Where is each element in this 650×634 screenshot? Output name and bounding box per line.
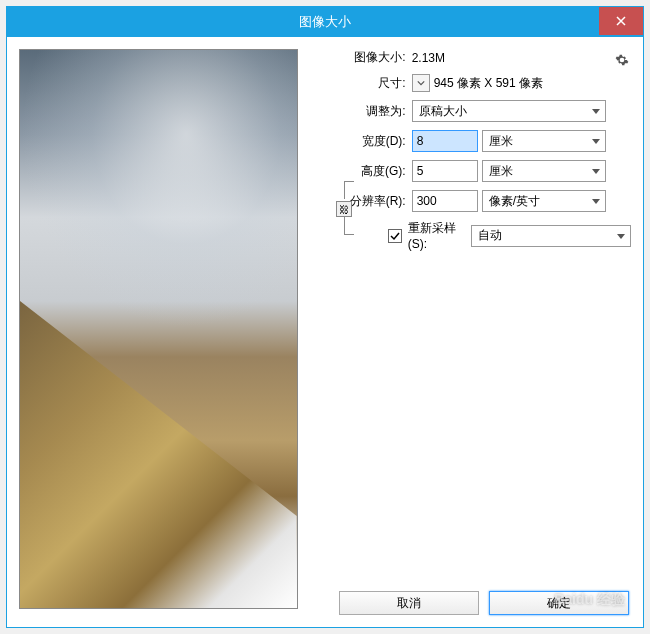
link-icon[interactable]: ⛓ — [336, 201, 352, 217]
image-size-dialog: 图像大小 图像大小: 2.13M 尺寸: 945 像素 X 591 像素 — [6, 6, 644, 628]
dimensions-unit-button[interactable] — [412, 74, 430, 92]
close-button[interactable] — [599, 7, 643, 35]
resample-checkbox[interactable] — [388, 229, 402, 243]
resample-select[interactable]: 自动 — [471, 225, 631, 247]
resample-label: 重新采样(S): — [408, 220, 462, 251]
fit-to-select[interactable]: 原稿大小 — [412, 100, 606, 122]
fit-to-label: 调整为: — [312, 103, 412, 120]
fit-to-value: 原稿大小 — [419, 103, 467, 120]
button-bar: 取消 确定 — [339, 591, 629, 615]
ok-button[interactable]: 确定 — [489, 591, 629, 615]
chevron-down-icon — [417, 79, 425, 87]
height-unit-select[interactable]: 厘米 — [482, 160, 606, 182]
titlebar: 图像大小 — [7, 7, 643, 37]
resolution-unit-select[interactable]: 像素/英寸 — [482, 190, 606, 212]
image-preview — [19, 49, 298, 609]
settings-panel: 图像大小: 2.13M 尺寸: 945 像素 X 591 像素 调整为: 原稿大… — [298, 49, 631, 615]
dimensions-label: 尺寸: — [312, 75, 412, 92]
resolution-label: 分辨率(R): — [312, 193, 412, 210]
width-unit-select[interactable]: 厘米 — [482, 130, 606, 152]
height-label: 高度(G): — [312, 163, 412, 180]
close-icon — [616, 16, 626, 26]
dialog-title: 图像大小 — [299, 13, 351, 31]
width-input[interactable] — [412, 130, 478, 152]
width-unit-value: 厘米 — [489, 133, 513, 150]
image-size-label: 图像大小: — [312, 49, 412, 66]
dimensions-value: 945 像素 X 591 像素 — [434, 75, 543, 92]
height-input[interactable] — [412, 160, 478, 182]
height-unit-value: 厘米 — [489, 163, 513, 180]
resample-value: 自动 — [478, 227, 502, 244]
width-label: 宽度(D): — [312, 133, 412, 150]
image-size-value: 2.13M — [412, 51, 631, 65]
constrain-proportions: ⛓ — [336, 181, 356, 235]
resolution-input[interactable] — [412, 190, 478, 212]
gear-icon — [615, 53, 629, 67]
cancel-button[interactable]: 取消 — [339, 591, 479, 615]
resolution-unit-value: 像素/英寸 — [489, 193, 540, 210]
check-icon — [390, 231, 400, 241]
settings-menu-button[interactable] — [615, 53, 629, 70]
dialog-content: 图像大小: 2.13M 尺寸: 945 像素 X 591 像素 调整为: 原稿大… — [7, 37, 643, 627]
